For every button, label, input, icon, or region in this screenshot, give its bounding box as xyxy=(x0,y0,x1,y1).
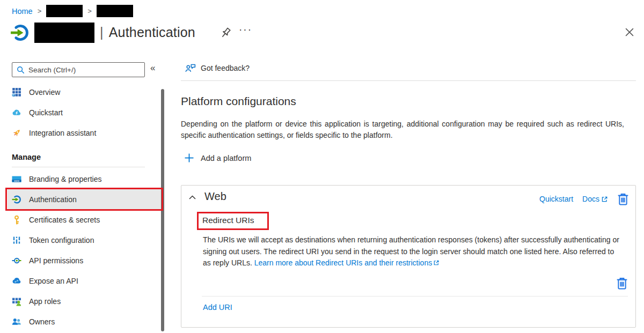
sidebar-item-label: Token configuration xyxy=(29,236,94,245)
rocket-icon xyxy=(12,128,21,138)
sidebar-item-quickstart[interactable]: Quickstart xyxy=(8,102,161,123)
feedback-icon xyxy=(185,63,196,73)
redirect-uris-description: The URIs we will accept as destinations … xyxy=(203,234,620,269)
app-registration-icon xyxy=(10,23,30,42)
redacted-breadcrumb-item xyxy=(46,5,83,17)
title-text: Authentication xyxy=(109,25,195,40)
sidebar-item-label: Quickstart xyxy=(29,108,63,117)
sidebar-item-label: Branding & properties xyxy=(29,175,101,183)
redacted-app-name xyxy=(34,23,94,43)
web-card-actions: Quickstart Docs xyxy=(539,193,629,205)
web-platform-card: Web Quickstart Docs The URIs we will acc xyxy=(181,185,636,328)
sidebar-item-label: Expose an API xyxy=(29,277,78,285)
external-link-icon xyxy=(601,196,608,203)
sidebar-item-app-roles[interactable]: App roles xyxy=(8,291,161,312)
sidebar-item-label: App roles xyxy=(29,297,61,306)
platform-configurations-heading: Platform configurations xyxy=(181,95,296,108)
sidebar-section-manage: Manage xyxy=(12,153,41,161)
pin-icon[interactable] xyxy=(218,26,233,41)
sidebar-item-label: Authentication xyxy=(29,195,77,204)
sidebar-collapse-button[interactable]: « xyxy=(150,63,155,73)
docs-link[interactable]: Docs xyxy=(582,195,608,203)
sidebar-item-label: Certificates & secrets xyxy=(29,216,100,224)
svg-text:www: www xyxy=(14,180,20,182)
search-input[interactable] xyxy=(28,66,140,74)
sidebar-item-overview[interactable]: Overview xyxy=(8,82,161,102)
sidebar-item-authentication[interactable]: Authentication xyxy=(8,189,161,210)
app-roles-icon xyxy=(12,297,21,306)
owners-icon xyxy=(12,317,21,327)
chevron-up-icon[interactable] xyxy=(188,194,196,201)
redacted-breadcrumb-item xyxy=(97,5,133,17)
redirect-uris-heading: Redirect URIs xyxy=(202,216,254,225)
breadcrumb-separator: > xyxy=(38,7,42,15)
feedback-label: Got feedback? xyxy=(201,64,250,72)
trash-icon xyxy=(617,193,629,205)
title-separator: | xyxy=(100,25,104,40)
sidebar-item-label: API permissions xyxy=(29,256,83,265)
uri-row-divider xyxy=(202,296,628,297)
quickstart-icon xyxy=(12,108,21,117)
sidebar-item-branding[interactable]: www Branding & properties xyxy=(8,169,161,189)
authentication-icon xyxy=(12,195,21,204)
platform-description: Depending on the platform or device this… xyxy=(181,119,624,141)
docs-label: Docs xyxy=(582,195,599,203)
toolbar-divider xyxy=(181,80,636,81)
breadcrumb-home-link[interactable]: Home xyxy=(12,7,33,16)
sidebar-item-owners[interactable]: Owners xyxy=(8,312,161,332)
breadcrumb-separator: > xyxy=(87,7,92,15)
add-uri-link[interactable]: Add URI xyxy=(203,303,232,312)
sidebar-item-integration-assistant[interactable]: Integration assistant xyxy=(8,123,161,143)
page-title: |Authentication xyxy=(100,25,195,40)
token-icon xyxy=(12,235,21,245)
sidebar-item-label: Integration assistant xyxy=(29,129,96,137)
sidebar-item-token-configuration[interactable]: Token configuration xyxy=(8,230,161,250)
learn-more-link[interactable]: Learn more about Redirect URIs and their… xyxy=(254,258,432,267)
sidebar-divider xyxy=(12,167,145,167)
more-actions-button[interactable]: ··· xyxy=(239,24,252,35)
breadcrumb: Home > > xyxy=(12,5,133,17)
sidebar-item-certificates[interactable]: Certificates & secrets xyxy=(8,210,161,230)
sidebar-item-expose-api[interactable]: Expose an API xyxy=(8,271,161,291)
got-feedback-button[interactable]: Got feedback? xyxy=(185,63,250,73)
search-icon xyxy=(17,66,25,74)
branding-icon: www xyxy=(12,174,21,184)
web-card-title: Web xyxy=(204,190,226,203)
api-permissions-icon xyxy=(12,256,21,265)
cloud-api-icon xyxy=(12,276,21,286)
sidebar-search[interactable] xyxy=(12,62,145,77)
plus-icon xyxy=(185,153,194,162)
key-icon xyxy=(12,215,21,225)
sidebar-item-label: Owners xyxy=(29,317,55,326)
quickstart-link[interactable]: Quickstart xyxy=(539,195,573,203)
add-platform-button[interactable]: Add a platform xyxy=(185,153,251,162)
trash-icon xyxy=(616,277,628,290)
delete-uri-button[interactable] xyxy=(616,277,628,290)
external-link-icon xyxy=(433,260,440,266)
overview-icon xyxy=(12,87,21,97)
add-platform-label: Add a platform xyxy=(201,154,251,162)
close-icon[interactable] xyxy=(624,27,635,38)
sidebar-item-label: Overview xyxy=(29,88,60,97)
sidebar-item-api-permissions[interactable]: API permissions xyxy=(8,250,161,271)
azure-portal-page: Home > > |Authentication ··· « xyxy=(0,0,644,333)
delete-platform-button[interactable] xyxy=(617,193,629,205)
sidebar-scrollbar[interactable] xyxy=(161,89,164,331)
